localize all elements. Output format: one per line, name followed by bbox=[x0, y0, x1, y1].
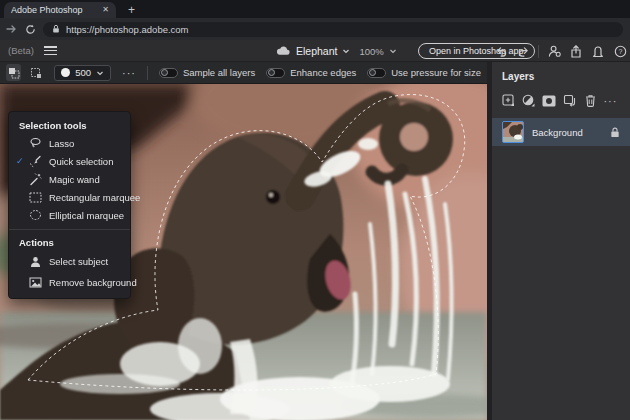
add-to-selection-icon[interactable] bbox=[6, 64, 21, 81]
layer-lock-icon[interactable] bbox=[610, 127, 620, 138]
header-icons: ? bbox=[494, 40, 627, 62]
tool-options-bar: 500 ··· Sample all layers Enhance edges … bbox=[0, 62, 487, 84]
photoshop-header: (Beta) Elephant 100% Open in Photoshop a… bbox=[0, 40, 630, 62]
layers-panel: Layers ··· Background bbox=[492, 62, 630, 420]
url-text: https://photoshop.adobe.com bbox=[66, 24, 189, 35]
elliptical-marquee-icon bbox=[28, 209, 42, 222]
layer-row-background[interactable]: Background bbox=[492, 118, 630, 146]
delete-layer-icon[interactable] bbox=[583, 93, 598, 108]
chevron-down-icon bbox=[96, 69, 104, 77]
chevron-down-icon[interactable] bbox=[389, 47, 397, 55]
browser-toolbar: https://photoshop.adobe.com bbox=[0, 18, 630, 40]
menu-item-elliptical-marquee[interactable]: Elliptical marquee bbox=[9, 206, 130, 224]
redo-icon[interactable] bbox=[516, 44, 530, 58]
rectangular-marquee-icon bbox=[28, 191, 42, 204]
tab-title: Adobe Photoshop bbox=[11, 5, 98, 15]
layer-thumbnail[interactable] bbox=[502, 121, 524, 143]
beta-label: (Beta) bbox=[8, 45, 34, 56]
tab-close-icon[interactable]: ✕ bbox=[98, 6, 109, 14]
brush-size-dropdown[interactable]: 500 bbox=[54, 65, 111, 81]
toggle-sample-all-layers[interactable]: Sample all layers bbox=[159, 67, 255, 78]
brush-size-value: 500 bbox=[75, 67, 91, 78]
layers-panel-title: Layers bbox=[492, 62, 630, 82]
share-icon[interactable] bbox=[569, 44, 583, 58]
remove-background-icon bbox=[28, 276, 42, 289]
new-tab-icon[interactable]: + bbox=[128, 2, 135, 18]
layers-more-options-icon[interactable]: ··· bbox=[603, 93, 618, 108]
account-icon[interactable] bbox=[547, 44, 561, 58]
zoom-level[interactable]: 100% bbox=[359, 46, 383, 57]
toggle-use-pressure[interactable]: Use pressure for size bbox=[367, 67, 481, 78]
selection-tools-popup: Selection tools Lasso ✓ Quick selection … bbox=[8, 111, 131, 299]
document-cluster: Elephant 100% bbox=[276, 40, 397, 62]
quick-selection-icon bbox=[28, 155, 42, 168]
menu-item-lasso[interactable]: Lasso bbox=[9, 134, 130, 152]
undo-icon[interactable] bbox=[494, 44, 508, 58]
toggle-enhance-edges[interactable]: Enhance edges bbox=[266, 67, 356, 78]
toggle-switch[interactable] bbox=[367, 68, 386, 78]
layer-mask-icon[interactable] bbox=[542, 93, 557, 108]
add-layer-icon[interactable] bbox=[501, 93, 516, 108]
help-icon[interactable]: ? bbox=[613, 44, 627, 58]
toggle-switch[interactable] bbox=[266, 68, 285, 78]
lasso-icon bbox=[28, 137, 42, 150]
lock-icon bbox=[52, 24, 60, 34]
brush-preview-dot bbox=[61, 68, 70, 77]
document-name[interactable]: Elephant bbox=[296, 45, 337, 57]
popup-section-title: Actions bbox=[9, 234, 130, 251]
menu-item-quick-selection[interactable]: ✓ Quick selection bbox=[9, 152, 130, 170]
adjustment-layer-icon[interactable] bbox=[521, 93, 536, 108]
svg-text:?: ? bbox=[618, 47, 622, 54]
menu-item-remove-background[interactable]: Remove background bbox=[9, 272, 130, 293]
url-bar[interactable]: https://photoshop.adobe.com bbox=[43, 22, 623, 37]
divider bbox=[147, 66, 148, 80]
chevron-down-icon[interactable] bbox=[342, 47, 350, 55]
subtract-from-selection-icon[interactable] bbox=[28, 64, 43, 81]
more-options-icon[interactable]: ··· bbox=[122, 68, 136, 78]
menu-item-rectangular-marquee[interactable]: Rectangular marquee bbox=[9, 188, 130, 206]
forward-icon[interactable] bbox=[5, 23, 17, 35]
browser-window: Adobe Photoshop ✕ + https://photoshop.ad… bbox=[0, 0, 630, 420]
reload-icon[interactable] bbox=[24, 23, 36, 35]
menu-item-magic-wand[interactable]: Magic wand bbox=[9, 170, 130, 188]
transform-layer-icon[interactable] bbox=[562, 93, 577, 108]
menu-hamburger-icon[interactable] bbox=[44, 46, 57, 55]
browser-tab-active[interactable]: Adobe Photoshop ✕ bbox=[4, 2, 116, 18]
layers-toolbar: ··· bbox=[492, 82, 630, 108]
notifications-bell-icon[interactable] bbox=[591, 44, 605, 58]
cloud-icon bbox=[276, 46, 291, 56]
check-icon: ✓ bbox=[16, 156, 28, 166]
divider bbox=[538, 45, 539, 58]
popup-divider bbox=[9, 229, 130, 230]
magic-wand-icon bbox=[28, 173, 42, 186]
menu-item-select-subject[interactable]: Select subject bbox=[9, 251, 130, 272]
layer-name: Background bbox=[532, 127, 602, 138]
browser-tab-bar: Adobe Photoshop ✕ + bbox=[0, 0, 630, 18]
select-subject-icon bbox=[28, 255, 42, 268]
popup-section-title: Selection tools bbox=[9, 117, 130, 134]
toggle-switch[interactable] bbox=[159, 68, 178, 78]
